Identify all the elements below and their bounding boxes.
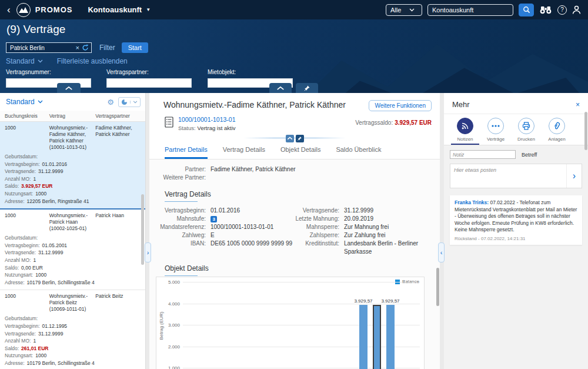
detail-label: Nutzungsart: <box>5 191 33 197</box>
bar-value-label: 3.929,57 <box>352 298 375 304</box>
detail-label: Geburtsdatum: <box>5 315 38 321</box>
detail-value: 01.01.2016 <box>42 161 68 167</box>
search-scope-select[interactable]: Alle <box>386 4 422 16</box>
cell-vertrag: Wohnungsmietv.-Fadime Käthner, Patrick K… <box>49 125 96 151</box>
page-title: (9) Verträge <box>6 23 65 36</box>
app-title[interactable]: Kontoauskunft <box>88 5 142 14</box>
cell-buchungskreis: 1000 <box>5 125 49 151</box>
collapse-filterbar-button[interactable] <box>57 83 81 93</box>
note-timestamp: 07.02.2022, 14:21:31 <box>481 236 526 241</box>
more-panel-scrollbar[interactable] <box>584 112 587 150</box>
pin-header-button[interactable] <box>296 83 318 93</box>
note-author[interactable]: Franka Trinks: <box>455 200 489 205</box>
betreff-label: Betreff <box>522 152 537 158</box>
pin-object-header-button[interactable] <box>296 135 304 142</box>
form-label: Zahlweg: <box>149 231 206 240</box>
binoculars-icon[interactable] <box>539 6 552 14</box>
detail-value: 1000 <box>35 272 46 278</box>
balance-bar[interactable] <box>386 305 395 369</box>
export-split-button[interactable] <box>118 97 141 107</box>
detail-label: Vertragsende: <box>5 168 36 174</box>
detail-value: 1 <box>33 338 36 344</box>
main-scrollbar[interactable] <box>436 268 439 306</box>
detail-value: 31.12.9999 <box>38 168 64 174</box>
note-compose-textarea[interactable] <box>450 164 566 188</box>
tab-vertrag-details[interactable]: Vertrag Details <box>223 146 265 159</box>
pin-icon <box>303 85 310 92</box>
variant-selector[interactable]: Standard <box>6 57 43 65</box>
detail-label: Nutzungsart: <box>5 353 33 358</box>
tab-saldo-ueberblick[interactable]: Saldo Überblick <box>336 146 381 159</box>
tool-drucken[interactable]: Drucken <box>511 118 542 145</box>
chevron-down-icon[interactable]: ▼ <box>146 7 151 12</box>
contract-list-item[interactable]: 1000 Wohnungsmietv.-Patrick Beitz (10069… <box>0 290 145 369</box>
form-value: 31.12.9999 <box>344 207 373 215</box>
tool-notizen[interactable]: Notizen <box>450 118 480 145</box>
help-icon[interactable]: ? <box>557 5 567 15</box>
balance-bar[interactable] <box>359 305 368 369</box>
more-panel: Mehr × Notizen Verträge Drucken <box>444 93 588 369</box>
form-label: Letzte Mahnung: <box>295 215 339 223</box>
back-icon[interactable]: ‹ <box>7 4 11 16</box>
form-value: E <box>211 231 215 240</box>
status-label: Status: <box>178 125 196 131</box>
cell-vertragspartner: Fadime Käthner, Patrick Käthner <box>95 125 141 151</box>
detail-label: Saldo: <box>5 265 19 271</box>
collapse-more-panel-handle[interactable]: ‹ <box>438 242 445 262</box>
collapse-sidebar-handle[interactable]: › <box>145 242 151 262</box>
detail-label: Vertragsende: <box>5 250 36 255</box>
list-variant-selector[interactable]: Standard <box>6 98 43 106</box>
collapse-header-button[interactable] <box>269 83 292 93</box>
collapse-object-header-button[interactable] <box>286 135 294 142</box>
global-search-input[interactable] <box>427 4 513 16</box>
user-profile-icon[interactable] <box>572 5 581 15</box>
quick-search-field[interactable]: × <box>6 42 92 53</box>
sidebar-scrollbar[interactable] <box>141 194 144 265</box>
tool-vertraege[interactable]: Verträge <box>480 118 511 145</box>
chevron-down-icon[interactable] <box>130 101 140 104</box>
column-header: Vertrag <box>49 113 96 119</box>
detail-label: Nutzungsart: <box>5 272 33 278</box>
filter-field-label: Vertragspartner: <box>106 69 192 75</box>
cell-vertrag: Wohnungsmietv.-Patrick Haan (10002-1025-… <box>49 212 96 232</box>
start-button[interactable]: Start <box>122 42 148 53</box>
contract-id-link[interactable]: 1000/10001-1013-01 <box>178 116 236 123</box>
tab-objekt-details[interactable]: Objekt Details <box>280 146 320 159</box>
search-scope-value: Alle <box>390 6 401 14</box>
chevron-up-icon <box>276 86 285 91</box>
close-icon[interactable]: × <box>576 101 580 109</box>
mountain-icon <box>19 6 28 14</box>
detail-label: Adresse: <box>5 198 25 204</box>
form-label: Weitere Partner: <box>149 174 206 182</box>
search-button[interactable] <box>519 4 534 16</box>
search-icon <box>523 6 530 14</box>
panel-splitter[interactable] <box>440 93 444 369</box>
detail-value: 10179 Berlin, Schillingstraße 4 <box>27 280 95 285</box>
tool-label: Drucken <box>517 137 535 142</box>
clear-icon[interactable]: × <box>76 44 79 51</box>
detail-value-saldo: 261,01 EUR <box>21 345 48 351</box>
tool-anlagen[interactable]: Anlagen <box>542 118 572 145</box>
pin-icon <box>297 136 302 141</box>
quick-search-input[interactable] <box>10 45 74 51</box>
more-functions-button[interactable]: Weitere Funktionen <box>369 100 432 111</box>
settings-gear-icon[interactable]: ⚙ <box>107 98 114 107</box>
contract-list-item[interactable]: 1000 Wohnungsmietv.-Patrick Haan (10002-… <box>0 210 145 290</box>
badge-value: 3 <box>211 216 217 222</box>
hide-filterbar-link[interactable]: Filterleiste ausblenden <box>57 57 128 65</box>
contract-list-item[interactable]: 1000 Wohnungsmietv.-Fadime Käthner, Patr… <box>0 122 145 210</box>
top-bar: ‹ PROMOS Kontoauskunft ▼ Alle ? <box>0 0 588 19</box>
tab-partner-details[interactable]: Partner Details <box>165 146 208 159</box>
tool-label: Notizen <box>457 137 473 142</box>
export-icon[interactable] <box>119 99 130 105</box>
balance-bar-selected[interactable] <box>373 305 381 369</box>
vertragspartner-input[interactable] <box>106 78 192 88</box>
refresh-icon[interactable] <box>82 44 89 51</box>
detail-value: 01.12.1995 <box>42 323 68 329</box>
detail-value: 1 <box>33 176 36 182</box>
divider <box>243 138 346 138</box>
form-label: Vertragsbeginn: <box>149 207 206 215</box>
submit-note-button[interactable]: › <box>566 164 582 188</box>
notiz-type-input[interactable] <box>450 150 516 159</box>
detail-label: Anzahl MO: <box>5 176 31 182</box>
